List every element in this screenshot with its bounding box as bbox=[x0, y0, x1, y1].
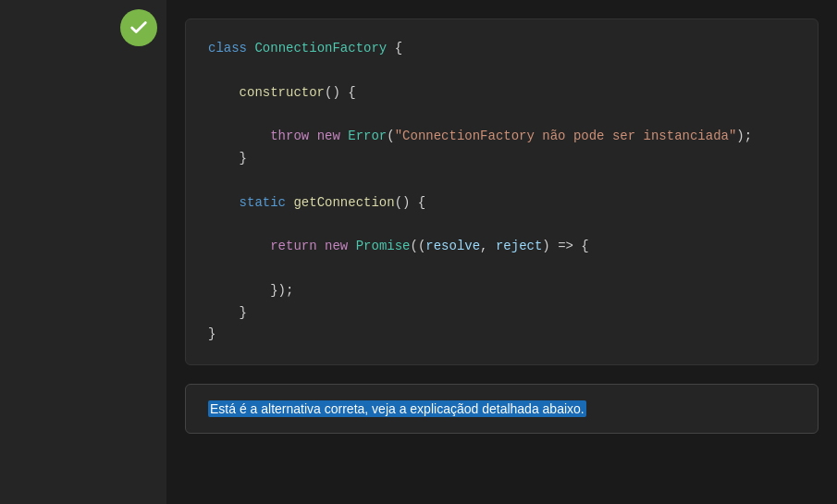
sidebar bbox=[0, 0, 166, 504]
main-container: class ConnectionFactory { constructor() … bbox=[0, 0, 837, 504]
code-block: class ConnectionFactory { constructor() … bbox=[185, 18, 819, 365]
info-box: Está é a alternativa correta, veja a exp… bbox=[185, 384, 819, 434]
correct-answer-icon bbox=[120, 9, 157, 46]
main-content: class ConnectionFactory { constructor() … bbox=[166, 0, 837, 504]
code-content: class ConnectionFactory { constructor() … bbox=[208, 38, 795, 346]
highlighted-answer-text: Está é a alternativa correta, veja a exp… bbox=[208, 400, 586, 417]
info-text: Está é a alternativa correta, veja a exp… bbox=[208, 401, 795, 416]
